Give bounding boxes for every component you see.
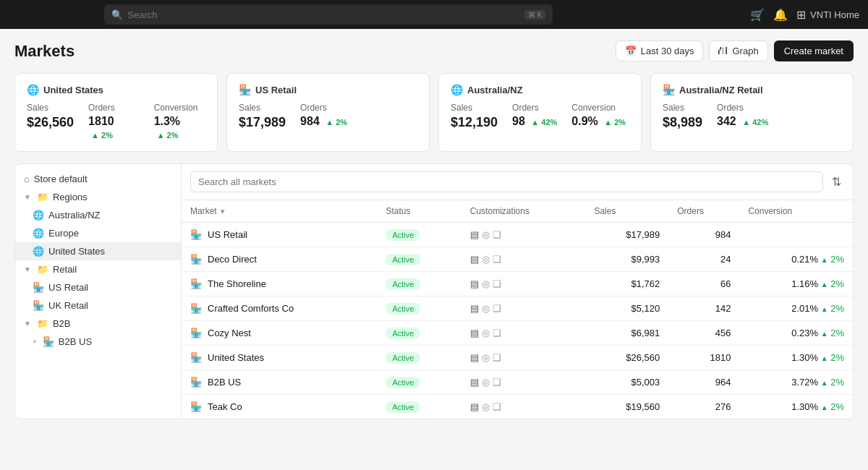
card-sales: Sales $17,989 [239, 103, 286, 130]
customization-icon-1[interactable]: ▤ [470, 377, 479, 388]
card-orders: Orders 98 ▲ 42% [512, 103, 557, 130]
summary-card-3[interactable]: 🏪 Australia/NZ Retail Sales $8,989 Order… [650, 73, 854, 152]
market-orders-cell: 276 [668, 395, 739, 419]
col-market[interactable]: Market ▼ [182, 200, 377, 223]
market-status-cell: Active [377, 247, 461, 272]
sidebar-item-australia-nz[interactable]: 🌐 Australia/NZ [15, 206, 181, 224]
customization-icon-1[interactable]: ▤ [470, 352, 479, 363]
table-row[interactable]: 🏪 Teak Co Active ▤ ◎ ❑ $19,560 276 1.30%… [182, 395, 853, 419]
summary-card-2[interactable]: 🌐 Australia/NZ Sales $12,190 Orders 98 ▲… [438, 73, 642, 152]
customization-icon-1[interactable]: ▤ [470, 328, 479, 338]
customization-icon-2[interactable]: ◎ [482, 377, 490, 388]
sidebar-europe-label: Europe [48, 228, 79, 239]
table-row[interactable]: 🏪 B2B US Active ▤ ◎ ❑ $5,003 964 3.72% ▲… [182, 370, 853, 395]
sidebar-item-b2b-us[interactable]: + 🏪 B2B US [15, 333, 181, 351]
page-actions: 📅 Last 30 days ⛙ Graph Create market [616, 40, 854, 61]
summary-card-1[interactable]: 🏪 US Retail Sales $17,989 Orders 984 ▲ 2… [226, 73, 430, 152]
market-icon: 🏪 [190, 278, 202, 289]
summary-card-0[interactable]: 🌐 United States Sales $26,560 Orders 181… [14, 73, 218, 152]
sidebar-item-regions[interactable]: ▼ 📁 Regions [15, 188, 181, 206]
sidebar-item-uk-retail[interactable]: 🏪 UK Retail [15, 296, 181, 315]
sidebar-australia-nz-label: Australia/NZ [48, 210, 101, 221]
customization-icon-2[interactable]: ◎ [482, 278, 490, 289]
cart-icon[interactable]: 🛒 [750, 8, 765, 22]
chevron-down-icon: ▼ [24, 320, 31, 328]
sort-button[interactable]: ⇅ [829, 172, 844, 192]
customization-icon-2[interactable]: ◎ [482, 254, 490, 265]
customization-icon-3[interactable]: ❑ [493, 352, 501, 363]
table-row[interactable]: 🏪 United States Active ▤ ◎ ❑ $26,560 181… [182, 346, 853, 370]
customization-icon-3[interactable]: ❑ [493, 254, 501, 265]
graph-button[interactable]: ⛙ Graph [709, 40, 767, 61]
market-status-cell: Active [377, 296, 461, 321]
market-sales-cell: $19,560 [585, 395, 668, 419]
globe-icon: 🌐 [33, 210, 44, 221]
customization-icon-3[interactable]: ❑ [493, 401, 501, 412]
card-sales: Sales $12,190 [451, 103, 498, 130]
customization-icon-3[interactable]: ❑ [493, 278, 501, 289]
market-icon: 🏪 [190, 229, 202, 240]
customization-icon-2[interactable]: ◎ [482, 352, 490, 363]
customization-icon-1[interactable]: ▤ [470, 303, 479, 314]
market-conversion-cell: 0.23% ▲ 2% [739, 321, 853, 346]
topnav: 🔍 ⌘ K 🛒 🔔 ⊞ VNTI Home [0, 0, 868, 29]
status-badge: Active [386, 352, 420, 364]
bell-icon[interactable]: 🔔 [773, 8, 788, 22]
market-name: Cozy Nest [208, 328, 251, 338]
customization-icon-3[interactable]: ❑ [493, 377, 501, 388]
market-icon: 🏪 [190, 377, 202, 388]
sidebar-item-us-retail[interactable]: 🏪 US Retail [15, 278, 181, 296]
chevron-down-icon: ▼ [24, 193, 31, 201]
customization-icon-2[interactable]: ◎ [482, 401, 490, 412]
sidebar-item-retail[interactable]: ▼ 📁 Retail [15, 260, 181, 278]
brand-label: ⊞ VNTI Home [796, 8, 859, 22]
conversion-change: ▲ 2% [821, 254, 844, 265]
customization-icon-3[interactable]: ❑ [493, 229, 501, 240]
market-orders-cell: 66 [668, 272, 739, 296]
market-conversion-cell: 1.16% ▲ 2% [739, 272, 853, 296]
conversion-change: ▲ 2% [821, 377, 844, 388]
sidebar-item-store-default[interactable]: ⌂ Store default [15, 170, 181, 188]
customization-icon-3[interactable]: ❑ [493, 328, 501, 338]
date-filter-button[interactable]: 📅 Last 30 days [616, 40, 704, 61]
conversion-change: ▲ 2% [821, 352, 844, 363]
sidebar-item-europe[interactable]: 🌐 Europe [15, 224, 181, 242]
globe-icon: 🌐 [33, 228, 44, 239]
status-badge: Active [386, 229, 420, 241]
market-name-cell: 🏪 B2B US [182, 370, 377, 395]
brand-name: VNTI Home [810, 9, 859, 20]
market-name: United States [208, 352, 264, 363]
summary-cards: 🌐 United States Sales $26,560 Orders 181… [14, 73, 854, 152]
market-customizations-cell: ▤ ◎ ❑ [461, 370, 586, 395]
conversion-change: ▲ 2% [821, 303, 844, 314]
sidebar-item-united-states[interactable]: 🌐 United States [15, 242, 181, 260]
market-name: The Shoreline [208, 278, 266, 289]
market-customizations-cell: ▤ ◎ ❑ [461, 247, 586, 272]
table-row[interactable]: 🏪 The Shoreline Active ▤ ◎ ❑ $1,762 66 1… [182, 272, 853, 296]
market-customizations-cell: ▤ ◎ ❑ [461, 321, 586, 346]
customization-icon-1[interactable]: ▤ [470, 229, 479, 240]
customization-icon-1[interactable]: ▤ [470, 401, 479, 412]
sidebar-item-b2b[interactable]: ▼ 📁 B2B [15, 315, 181, 333]
customization-icon-1[interactable]: ▤ [470, 254, 479, 265]
customization-icon-1[interactable]: ▤ [470, 278, 479, 289]
topnav-search-bar[interactable]: 🔍 ⌘ K [104, 4, 553, 25]
customization-icon-3[interactable]: ❑ [493, 303, 501, 314]
status-badge: Active [386, 254, 420, 265]
table-row[interactable]: 🏪 US Retail Active ▤ ◎ ❑ $17,989 984 [182, 223, 853, 247]
customization-icon-2[interactable]: ◎ [482, 328, 490, 338]
customization-icon-2[interactable]: ◎ [482, 229, 490, 240]
markets-search-input[interactable] [190, 171, 823, 192]
table-row[interactable]: 🏪 Cozy Nest Active ▤ ◎ ❑ $6,981 456 0.23… [182, 321, 853, 346]
table-row[interactable]: 🏪 Deco Direct Active ▤ ◎ ❑ $9,993 24 0.2… [182, 247, 853, 272]
market-orders-cell: 964 [668, 370, 739, 395]
search-input[interactable] [127, 9, 520, 20]
create-market-button[interactable]: Create market [774, 40, 854, 61]
page: Markets 📅 Last 30 days ⛙ Graph Create ma… [0, 29, 868, 431]
market-sales-cell: $6,981 [585, 321, 668, 346]
market-customizations-cell: ▤ ◎ ❑ [461, 296, 586, 321]
customization-icon-2[interactable]: ◎ [482, 303, 490, 314]
market-icon: 🏪 [190, 328, 202, 338]
market-icon: 🏪 [190, 352, 202, 363]
table-row[interactable]: 🏪 Crafted Comforts Co Active ▤ ◎ ❑ $5,12… [182, 296, 853, 321]
